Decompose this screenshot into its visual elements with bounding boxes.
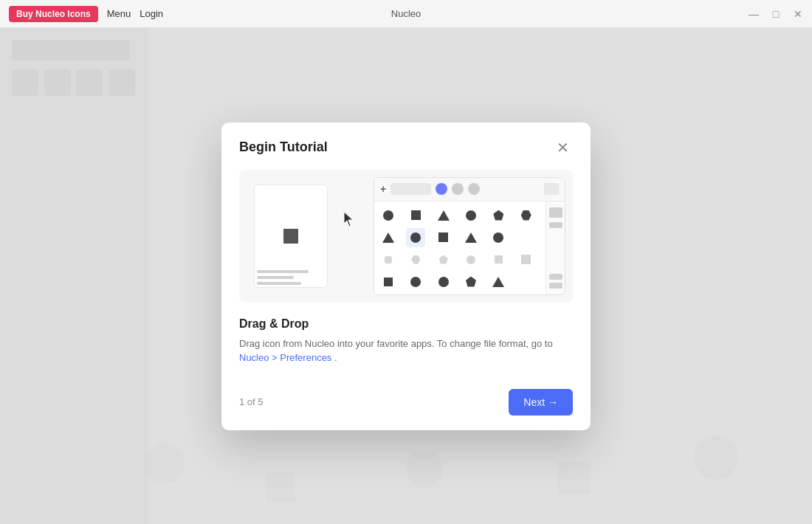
sidebar-thumb (549, 283, 562, 289)
cursor-icon (343, 210, 357, 230)
minimize-button[interactable]: — (749, 9, 759, 19)
modal-overlay: Begin Tutorial ✕ + (0, 28, 812, 524)
illus-icon-cell (434, 206, 453, 225)
drag-desc-text-1: Drag icon from Nucleo into your favorite… (239, 338, 553, 349)
drag-drop-title: Drag & Drop (239, 317, 573, 331)
illus-toolbar-chevron (544, 183, 559, 195)
circle-shape (383, 210, 393, 221)
sidebar-thumb (549, 207, 562, 218)
modal-header: Begin Tutorial ✕ (221, 123, 591, 170)
illus-icon-cell (434, 228, 453, 247)
modal-footer: 1 of 5 Next → (221, 377, 591, 430)
icon-shape (466, 277, 476, 287)
triangle-shape (465, 232, 477, 243)
circle-shape (493, 232, 503, 243)
illus-icon-cell (406, 206, 425, 225)
illus-icon-cell (461, 206, 481, 225)
next-button[interactable]: Next → (509, 389, 573, 416)
illus-icon-cell (517, 228, 536, 247)
illus-line (257, 276, 294, 279)
illus-icon-cell (406, 272, 425, 292)
menu-button[interactable]: Menu (107, 8, 131, 19)
illus-toolbar: + (374, 178, 565, 201)
modal-content: Drag & Drop Drag icon from Nucleo into y… (221, 317, 591, 377)
preferences-link[interactable]: Nucleo > Preferences (239, 352, 331, 363)
login-button[interactable]: Login (140, 8, 163, 19)
illus-icon-cell (434, 272, 453, 292)
illus-icon-cell (489, 228, 508, 247)
illus-line (257, 270, 309, 273)
tutorial-modal: Begin Tutorial ✕ + (221, 123, 591, 430)
illus-icon-cell (461, 250, 481, 269)
illus-icon-cell (517, 250, 536, 269)
titlebar-left: Buy Nucleo Icons Menu Login (9, 6, 163, 22)
icon-shape (467, 255, 475, 264)
illus-lines (257, 270, 309, 285)
illus-dot-inactive (468, 183, 480, 195)
app-title: Nucleo (391, 8, 421, 19)
triangle-shape (382, 232, 394, 243)
icon-shape (384, 277, 393, 286)
square-shape (411, 210, 421, 220)
illus-line (257, 282, 301, 285)
pentagon-shape (493, 210, 503, 221)
drag-cursor-area (343, 210, 357, 232)
illus-icon-cell (461, 272, 481, 292)
icon-shape (411, 255, 420, 264)
modal-title: Begin Tutorial (239, 139, 328, 155)
illus-icon-cell (461, 228, 481, 247)
modal-close-button[interactable]: ✕ (552, 137, 573, 158)
drag-desc-text-2: . (334, 352, 337, 363)
hexagon-shape (521, 210, 531, 221)
illus-right-panel: + (374, 177, 565, 295)
circle-shape (410, 232, 421, 243)
titlebar: Buy Nucleo Icons Menu Login Nucleo — □ ✕ (0, 0, 812, 28)
illus-dot-inactive (452, 183, 464, 195)
illus-icon-cell (379, 228, 398, 247)
icon-shape (439, 255, 448, 264)
illus-icons-main (374, 201, 546, 294)
icon-shape (385, 256, 392, 263)
illus-icon-cell (434, 250, 453, 269)
illus-dot-active (436, 183, 447, 195)
pagination-text: 1 of 5 (239, 396, 264, 407)
close-window-button[interactable]: ✕ (793, 9, 803, 19)
square-shape (438, 232, 448, 242)
drag-drop-description: Drag icon from Nucleo into your favorite… (239, 337, 573, 365)
sidebar-thumb (549, 222, 562, 228)
illus-icon-preview (283, 229, 298, 244)
sidebar-thumb (549, 274, 562, 280)
illus-icon-grid-container (374, 201, 565, 294)
circle-shape (466, 210, 476, 221)
icon-shape (492, 277, 504, 287)
maximize-button[interactable]: □ (771, 9, 781, 19)
window-controls: — □ ✕ (749, 9, 803, 19)
illus-icon-cell (517, 206, 536, 225)
illus-icon-cell (379, 272, 398, 292)
icon-shape (521, 255, 531, 264)
tutorial-illustration: + (239, 170, 573, 303)
illus-icon-cell (517, 272, 536, 292)
illus-icon-cell (406, 250, 425, 269)
icon-shape (410, 277, 421, 287)
illus-icon-cell-selected (406, 228, 425, 247)
illus-icon-cell (379, 206, 398, 225)
illus-icon-cell (489, 250, 508, 269)
sidebar-bottom (549, 274, 562, 289)
icon-shape (438, 277, 449, 287)
buy-nucleo-button[interactable]: Buy Nucleo Icons (9, 6, 98, 22)
illus-toolbar-plus: + (380, 183, 386, 195)
icon-shape (495, 255, 503, 263)
illus-icon-cell (379, 250, 398, 269)
illus-icon-cell (489, 272, 508, 292)
illus-icon-cell (489, 206, 508, 225)
triangle-shape (438, 210, 450, 221)
illus-toolbar-search (390, 183, 431, 195)
illus-sidebar (546, 201, 565, 294)
